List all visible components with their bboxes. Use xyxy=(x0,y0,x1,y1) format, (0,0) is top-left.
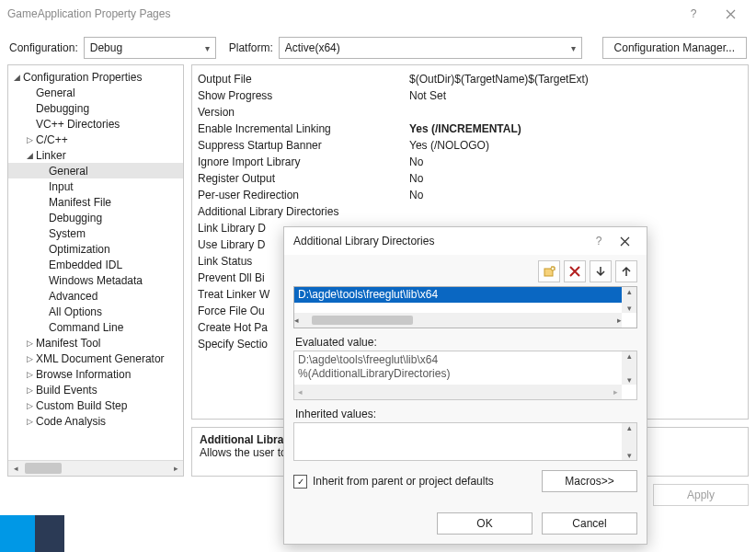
tree-item[interactable]: Debugging xyxy=(8,210,183,225)
property-row[interactable]: Output File$(OutDir)$(TargetName)$(Targe… xyxy=(198,71,742,87)
new-line-icon[interactable] xyxy=(538,260,560,282)
property-row[interactable]: Additional Library Directories xyxy=(198,203,742,220)
tree-item[interactable]: Optimization xyxy=(8,241,183,257)
eval-vscrollbar[interactable]: ▴▾ xyxy=(622,351,636,385)
scroll-right-icon[interactable]: ▸ xyxy=(168,461,183,476)
property-name: Ignore Import Library xyxy=(198,155,409,168)
inherit-label: Inherit from parent or project defaults xyxy=(313,475,494,488)
property-row[interactable]: Show ProgressNot Set xyxy=(198,87,742,104)
tree-item[interactable]: General xyxy=(8,85,183,100)
directories-listbox[interactable]: D:\agde\tools\freeglut\lib\x64 ▴▾ ◂▸ xyxy=(293,286,637,328)
apply-button[interactable]: Apply xyxy=(653,484,749,506)
property-name: Enable Incremental Linking xyxy=(198,122,409,135)
tree-item-label: VC++ Directories xyxy=(36,118,120,131)
property-value[interactable]: No xyxy=(409,189,742,201)
collapsed-caret-icon[interactable]: ▷ xyxy=(23,385,36,395)
tree-item[interactable]: ▷Code Analysis xyxy=(8,413,183,429)
chevron-down-icon: ▾ xyxy=(205,43,210,53)
configuration-value: Debug xyxy=(90,41,122,54)
tree-item[interactable]: ▷C/C++ xyxy=(8,132,183,147)
eval-hscrollbar[interactable]: ◂▸ xyxy=(294,385,622,399)
property-value[interactable]: $(OutDir)$(TargetName)$(TargetExt) xyxy=(409,73,742,86)
collapsed-caret-icon[interactable]: ▷ xyxy=(23,354,36,363)
tree-item-label: Windows Metadata xyxy=(49,274,143,287)
tree-item[interactable]: ▷XML Document Generator xyxy=(8,351,183,366)
inh-vscrollbar[interactable]: ▴▾ xyxy=(622,423,636,460)
tree-item[interactable]: ▷Manifest Tool xyxy=(8,335,183,351)
tree-item[interactable]: Debugging xyxy=(8,100,183,116)
tree-item[interactable]: ▷Browse Information xyxy=(8,366,183,382)
listbox-vscrollbar[interactable]: ▴▾ xyxy=(622,287,636,313)
dialog-help-icon[interactable]: ? xyxy=(586,227,612,255)
tree-item[interactable]: All Options xyxy=(8,304,183,319)
inherited-label: Inherited values: xyxy=(284,400,647,422)
svg-point-1 xyxy=(551,267,555,270)
property-value[interactable]: Not Set xyxy=(409,89,742,102)
move-down-icon[interactable] xyxy=(590,260,612,282)
property-row[interactable]: Version xyxy=(198,104,742,121)
property-row[interactable]: Enable Incremental LinkingYes (/INCREMEN… xyxy=(198,121,742,137)
configuration-combo[interactable]: Debug ▾ xyxy=(84,37,216,59)
scroll-left-icon[interactable]: ◂ xyxy=(8,461,23,476)
tree-item[interactable]: Embedded IDL xyxy=(8,257,183,272)
tree-item[interactable]: Advanced xyxy=(8,288,183,304)
collapsed-caret-icon[interactable]: ▷ xyxy=(23,417,36,426)
tree-item[interactable]: Input xyxy=(8,178,183,194)
window-title: GameApplication Property Pages xyxy=(7,7,170,20)
tree-item[interactable]: General xyxy=(8,163,183,178)
property-name: Additional Library Directories xyxy=(198,205,409,218)
tree-hscrollbar[interactable]: ◂ ▸ xyxy=(8,460,183,476)
inherit-checkbox[interactable]: ✓ xyxy=(293,475,307,489)
property-row[interactable]: Ignore Import LibraryNo xyxy=(198,154,742,170)
tree-item-label: Embedded IDL xyxy=(49,259,122,271)
property-value[interactable]: No xyxy=(409,172,742,185)
evaluated-box: D:\agde\tools\freeglut\lib\x64 %(Additio… xyxy=(293,351,637,400)
tree-item[interactable]: Windows Metadata xyxy=(8,272,183,288)
platform-combo[interactable]: Active(x64) ▾ xyxy=(279,37,582,59)
tree-item[interactable]: System xyxy=(8,225,183,241)
help-icon[interactable]: ? xyxy=(675,0,712,28)
property-name: Show Progress xyxy=(198,89,409,102)
tree-item-label: Input xyxy=(49,180,74,193)
tree-item-label: Custom Build Step xyxy=(36,399,127,412)
move-up-icon[interactable] xyxy=(615,260,637,282)
dialog-ok-button[interactable]: OK xyxy=(437,512,533,535)
collapsed-caret-icon[interactable]: ▷ xyxy=(23,135,36,144)
tree-item[interactable]: ◢Linker xyxy=(8,147,183,163)
property-name: Output File xyxy=(198,73,409,86)
nav-tree[interactable]: ◢Configuration PropertiesGeneralDebuggin… xyxy=(7,64,184,477)
tree-item[interactable]: VC++ Directories xyxy=(8,116,183,132)
property-value[interactable]: No xyxy=(409,155,742,168)
collapsed-caret-icon[interactable]: ▷ xyxy=(23,401,36,410)
property-value[interactable]: Yes (/INCREMENTAL) xyxy=(409,122,742,135)
dialog-close-icon[interactable] xyxy=(612,227,637,255)
tree-item-label: Linker xyxy=(36,149,66,162)
tree-item[interactable]: Manifest File xyxy=(8,194,183,210)
tree-item-label: General xyxy=(49,165,88,178)
collapsed-caret-icon[interactable]: ▷ xyxy=(23,370,36,379)
tree-item-label: All Options xyxy=(49,305,102,318)
directory-entry[interactable]: D:\agde\tools\freeglut\lib\x64 xyxy=(294,287,636,303)
tree-item-label: Configuration Properties xyxy=(23,71,142,84)
expanded-caret-icon[interactable]: ◢ xyxy=(10,73,23,82)
dialog-cancel-button[interactable]: Cancel xyxy=(542,512,637,535)
expanded-caret-icon[interactable]: ◢ xyxy=(23,151,36,160)
collapsed-caret-icon[interactable]: ▷ xyxy=(23,339,36,348)
close-icon[interactable] xyxy=(712,0,749,28)
inherited-box: ▴▾ xyxy=(293,422,637,461)
property-row[interactable]: Per-user RedirectionNo xyxy=(198,187,742,203)
listbox-hscrollbar[interactable]: ◂▸ xyxy=(294,313,622,328)
config-row: Configuration: Debug ▾ Platform: Active(… xyxy=(0,28,756,64)
tree-item[interactable]: Command Line xyxy=(8,319,183,335)
macros-button[interactable]: Macros>> xyxy=(542,470,637,492)
property-row[interactable]: Register OutputNo xyxy=(198,170,742,187)
delete-icon[interactable] xyxy=(564,260,586,282)
tree-item[interactable]: ▷Custom Build Step xyxy=(8,397,183,413)
tree-item[interactable]: ◢Configuration Properties xyxy=(8,69,183,85)
dialog-toolbar xyxy=(284,255,647,286)
property-row[interactable]: Suppress Startup BannerYes (/NOLOGO) xyxy=(198,137,742,154)
configuration-manager-button[interactable]: Configuration Manager... xyxy=(602,37,747,59)
tree-item-label: Code Analysis xyxy=(36,415,106,428)
tree-item[interactable]: ▷Build Events xyxy=(8,382,183,397)
property-value[interactable]: Yes (/NOLOGO) xyxy=(409,139,742,152)
